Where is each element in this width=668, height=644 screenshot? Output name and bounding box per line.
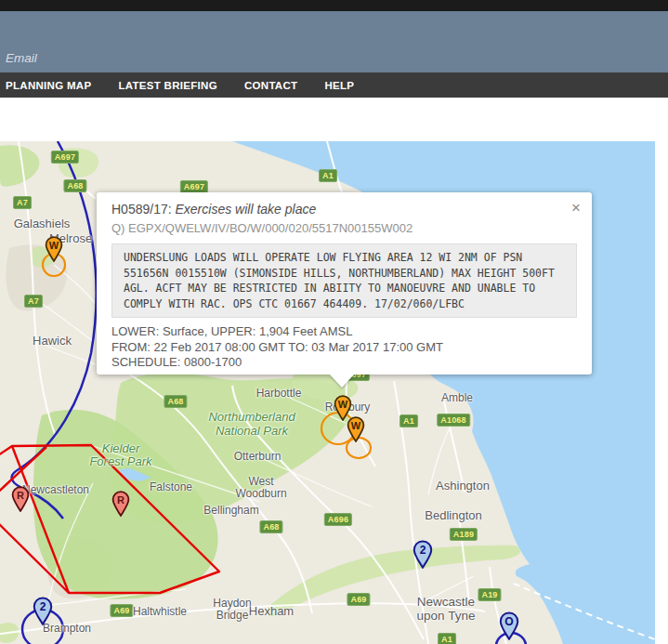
road-badge-a1: A1	[399, 414, 418, 427]
notam-popup: H0589/17: Exercises will take place Q) E…	[97, 192, 592, 375]
close-icon[interactable]: ×	[571, 202, 581, 215]
road-badge-a19: A19	[478, 588, 501, 601]
nav-item-help[interactable]: HELP	[324, 80, 354, 91]
top-black-bar	[0, 0, 668, 11]
count-marker[interactable]: 2	[413, 540, 433, 572]
notam-altitude-limits: LOWER: Surface, UPPER: 1,904 Feet AMSL	[111, 324, 577, 340]
nav-item-contact[interactable]: CONTACT	[244, 80, 297, 91]
svg-text:W: W	[49, 240, 59, 251]
map-label-northumberland: Northumberland	[208, 410, 295, 424]
restricted-pin-icon: R	[11, 486, 30, 512]
road-badge-a697: A697	[51, 151, 79, 164]
map-label-forest-park: Forest Park	[89, 454, 151, 468]
road-badge-a1: A1	[319, 169, 337, 182]
notam-body-text: UNDERSLUNG LOADS WILL OPERATE LOW FLYING…	[111, 243, 577, 318]
map-label-haydon: Haydon	[213, 597, 251, 610]
map-label-amble: Amble	[441, 391, 473, 404]
restricted-marker[interactable]: R	[111, 491, 130, 520]
road-badge-a1068: A1068	[437, 414, 470, 427]
map-label-upon-tyne: upon Tyne	[417, 609, 476, 623]
road-badge-a68: A68	[259, 520, 282, 533]
count-marker[interactable]: 2	[33, 597, 53, 629]
notam-q-line: Q) EGPX/QWELW/IV/BO/W/000/020/5517N00155…	[111, 221, 577, 236]
nav-item-planning-map[interactable]: PLANNING MAP	[6, 80, 91, 91]
road-badge-a68: A68	[164, 395, 187, 408]
road-badge-a189: A189	[450, 528, 478, 541]
map-label-newcastle: Newcastle	[417, 595, 475, 609]
road-badge-a1: A1	[438, 633, 456, 644]
notam-validity: FROM: 22 Feb 2017 08:00 GMT TO: 03 Mar 2…	[111, 340, 577, 356]
obstacle-marker[interactable]: O	[499, 611, 519, 644]
road-badge-a7: A7	[13, 196, 32, 209]
map-label-falstone: Falstone	[150, 480, 192, 493]
map-label-galashiels: Galashiels	[14, 217, 71, 230]
map-label-bridge: Bridge	[216, 609, 249, 622]
road-badge-a69: A69	[110, 604, 133, 617]
notam-title: H0589/17: Exercises will take place	[111, 202, 577, 217]
svg-text:R: R	[117, 494, 124, 506]
main-nav: PLANNING MAPLATEST BRIEFINGCONTACTHELP	[0, 72, 668, 98]
svg-text:2: 2	[40, 600, 46, 613]
map-label-ashington: Ashington	[436, 479, 490, 493]
map-label-hexham: Hexham	[249, 604, 294, 618]
map-label-otterburn: Otterburn	[234, 450, 282, 463]
notam-title-text: Exercises will take place	[176, 202, 317, 217]
popup-pointer	[330, 375, 354, 388]
map-label-bellingham: Bellingham	[203, 504, 258, 517]
road-badge-a697: A697	[180, 180, 208, 193]
email-label: Email	[6, 51, 37, 65]
obstacle-pin-icon: O	[499, 611, 519, 640]
map-label-haltwhistle: Haltwhistle	[133, 605, 187, 618]
map-label-kielder: Kielder	[102, 441, 139, 455]
notam-schedule: SCHEDULE: 0800-1700	[111, 355, 577, 371]
svg-text:O: O	[504, 615, 513, 628]
map-label-west: West	[248, 475, 273, 488]
svg-text:W: W	[338, 399, 348, 410]
notam-planning-page: { "header": { "email_label": "Email" }, …	[0, 0, 668, 644]
count-pin-icon: 2	[413, 540, 433, 569]
road-badge-a68: A68	[63, 179, 86, 192]
svg-text:R: R	[17, 490, 24, 501]
svg-text:2: 2	[420, 544, 426, 557]
restricted-marker[interactable]: R	[11, 486, 30, 516]
nav-item-latest-briefing[interactable]: LATEST BRIEFING	[118, 80, 217, 91]
map-label-national-park: National Park	[216, 424, 288, 438]
notam-id: H0589/17:	[111, 202, 172, 217]
map-label-newcastleton: Newcastleton	[22, 483, 89, 496]
count-pin-icon: 2	[33, 597, 53, 625]
map-label-woodburn: Woodburn	[235, 487, 286, 500]
forest-ridge-south	[267, 545, 520, 616]
restricted-pin-icon: R	[111, 491, 130, 517]
warning-marker[interactable]: W	[45, 236, 63, 266]
road-badge-a7: A7	[24, 295, 43, 308]
road-badge-a69: A69	[347, 593, 370, 606]
warning-pin-icon: W	[45, 236, 63, 262]
map-label-bedlington: Bedlington	[425, 508, 481, 522]
map-label-hawick: Hawick	[33, 334, 72, 348]
map-label-harbottle: Harbottle	[256, 387, 302, 400]
notam-meta: LOWER: Surface, UPPER: 1,904 Feet AMSL F…	[111, 324, 577, 371]
svg-text:W: W	[351, 420, 361, 431]
road-badge-a696: A696	[324, 513, 352, 526]
warning-marker[interactable]: W	[347, 416, 365, 446]
warning-pin-icon: W	[347, 416, 365, 442]
header-bar: Email	[0, 11, 668, 72]
